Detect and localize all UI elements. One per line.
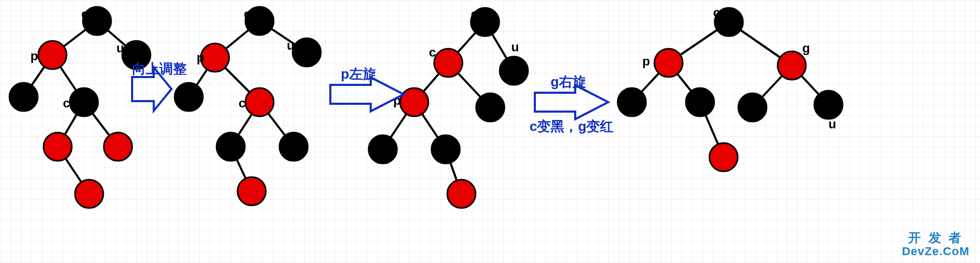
arrow-caption: 向上调整: [132, 61, 187, 76]
tree-t3: gucp: [369, 7, 528, 208]
watermark: 开 发 者 DevZe.CoM: [902, 231, 970, 258]
arrow-caption-secondary: c变黑，g变红: [530, 118, 613, 134]
node-label: p: [197, 50, 204, 64]
tree-node: [778, 51, 806, 80]
node-label: g: [471, 7, 479, 21]
tree-node: [447, 180, 476, 208]
tree-node: [9, 83, 38, 111]
arrow-caption: p左旋: [341, 66, 376, 82]
tree-node: [500, 57, 528, 85]
tree-node: [104, 133, 132, 161]
tree-node: [293, 38, 321, 67]
node-label: c: [63, 96, 70, 110]
tree-t2: gupc: [175, 7, 321, 205]
node-label: u: [287, 38, 295, 52]
tree-node: [75, 180, 103, 208]
tree-node: [618, 88, 646, 116]
node-label: g: [802, 41, 810, 55]
node-label: u: [511, 40, 519, 54]
tree-node: [814, 91, 843, 119]
arrow-icon: [330, 78, 404, 112]
node-label: u: [828, 117, 836, 131]
node-label: p: [30, 49, 38, 63]
transition-arrow-3: g右旋c变黑，g变红: [530, 74, 613, 134]
tree-node: [369, 135, 397, 163]
node-label: g: [244, 7, 252, 21]
tree-node: [432, 135, 460, 163]
arrow-icon: [535, 85, 608, 119]
tree-node: [686, 88, 714, 116]
node-label: p: [642, 54, 650, 68]
tree-t1: gupc: [9, 7, 150, 208]
node-label: c: [713, 5, 720, 19]
tree-node: [38, 41, 67, 69]
tree-node: [654, 49, 683, 77]
node-label: c: [429, 45, 436, 59]
tree-node: [709, 143, 738, 171]
watermark-line1: 开 发 者: [902, 231, 970, 245]
tree-node: [175, 83, 203, 111]
node-label: c: [239, 96, 245, 110]
watermark-line2: DevZe.CoM: [902, 245, 970, 258]
tree-node: [279, 133, 308, 161]
tree-node: [217, 133, 245, 161]
tree-node: [70, 88, 98, 116]
arrow-caption: g右旋: [551, 74, 586, 90]
node-label: u: [116, 41, 124, 55]
tree-node: [434, 49, 462, 77]
tree-node: [738, 93, 767, 122]
tree-node: [476, 93, 504, 122]
tree-node: [201, 43, 229, 72]
diagram-svg: gupcgupcgucpcpgu向上调整p左旋g右旋c变黑，g变红: [0, 0, 980, 263]
transition-arrow-2: p左旋: [330, 66, 404, 111]
tree-t4: cpgu: [618, 5, 843, 171]
tree-node: [44, 133, 72, 161]
tree-node: [400, 88, 428, 116]
node-label: g: [81, 7, 89, 21]
tree-node: [245, 88, 274, 116]
tree-node: [238, 177, 266, 205]
